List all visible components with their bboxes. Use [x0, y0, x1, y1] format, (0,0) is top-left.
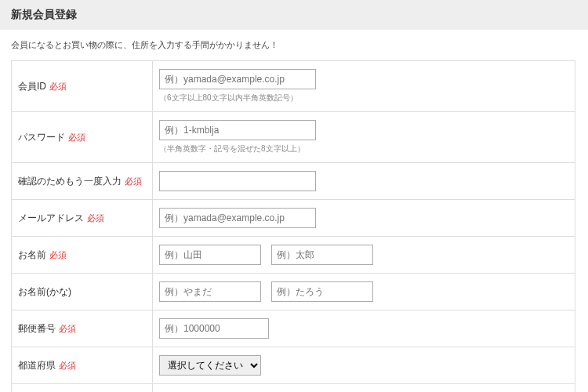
label-password: パスワード必須: [12, 112, 153, 163]
required-tag: 必須: [59, 361, 76, 370]
page-title: 新規会員登録: [11, 8, 77, 20]
prefecture-select[interactable]: 選択してください: [159, 355, 261, 376]
password-hint: （半角英数字・記号を混ぜた8文字以上）: [159, 143, 568, 154]
name-last-input[interactable]: [159, 245, 261, 265]
kana-first-input[interactable]: [271, 281, 373, 302]
member-id-input[interactable]: [159, 69, 316, 89]
email-input[interactable]: [159, 208, 316, 228]
password-input[interactable]: [159, 120, 316, 140]
page-header: 新規会員登録: [0, 0, 588, 30]
required-tag: 必須: [49, 82, 67, 91]
label-prefecture: 都道府県必須: [12, 347, 153, 384]
member-id-hint: （6文字以上80文字以内半角英数記号）: [159, 93, 568, 103]
label-member-id: 会員ID必須: [12, 61, 153, 112]
label-name: お名前必須: [12, 237, 153, 274]
required-tag: 必須: [59, 324, 76, 333]
password-confirm-input[interactable]: [159, 171, 316, 191]
required-tag: 必須: [49, 250, 67, 260]
postal-input[interactable]: [159, 318, 269, 339]
registration-form: 会員ID必須 （6文字以上80文字以内半角英数記号） パスワード必須 （半角英数…: [11, 60, 575, 392]
label-postal: 郵便番号必須: [12, 310, 153, 347]
label-name-kana: お名前(かな): [12, 274, 153, 310]
kana-last-input[interactable]: [159, 281, 261, 302]
label-password-confirm: 確認のためもう一度入力必須: [12, 163, 153, 200]
name-first-input[interactable]: [271, 245, 373, 265]
required-tag: 必須: [68, 132, 85, 142]
intro-text: 会員になるとお買い物の際に、住所を入力する手間がかかりません！: [0, 30, 588, 60]
label-city: 市区郡必須: [12, 384, 153, 393]
required-tag: 必須: [87, 213, 104, 223]
label-email: メールアドレス必須: [12, 200, 153, 237]
required-tag: 必須: [125, 176, 142, 186]
